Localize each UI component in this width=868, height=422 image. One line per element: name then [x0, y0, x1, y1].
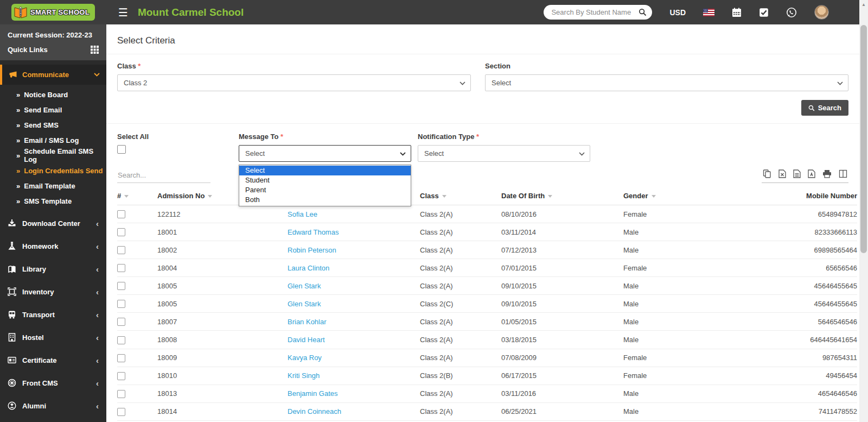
- class-select[interactable]: Class 2: [117, 74, 471, 91]
- row-checkbox[interactable]: [117, 318, 125, 326]
- sidebar-item-inventory[interactable]: Inventory‹: [0, 280, 106, 303]
- section-select[interactable]: Select: [485, 74, 848, 91]
- message-to-select-value: Select: [245, 149, 265, 158]
- copy-icon[interactable]: [763, 169, 771, 178]
- whatsapp-icon[interactable]: [786, 7, 797, 18]
- sidebar-subitem-email-sms-log[interactable]: »Email / SMS Log: [0, 133, 106, 148]
- sidebar-item-communicate[interactable]: Communicate: [0, 65, 106, 85]
- class-cell: Class 2(A): [420, 402, 501, 420]
- student-name-link[interactable]: Benjamin Gates: [288, 389, 338, 398]
- user-avatar[interactable]: [814, 5, 829, 20]
- sort-icon: [208, 195, 212, 198]
- globe-icon: [8, 379, 16, 387]
- sidebar-subitem-email-template[interactable]: »Email Template: [0, 178, 106, 193]
- student-name-link[interactable]: Sofia Lee: [288, 210, 317, 218]
- row-checkbox[interactable]: [117, 300, 125, 308]
- print-icon[interactable]: [822, 169, 832, 178]
- current-session-label: Current Session: 2022-23: [8, 31, 99, 39]
- student-search-input[interactable]: [544, 5, 652, 20]
- dropdown-option-both[interactable]: Both: [239, 195, 411, 205]
- double-arrow-icon: »: [16, 197, 20, 205]
- notification-type-label: Notification Type *: [418, 133, 590, 141]
- student-name-link[interactable]: Brian Kohlar: [288, 318, 327, 326]
- student-name-link[interactable]: Glen Stark: [288, 282, 321, 290]
- notification-type-select[interactable]: Select: [418, 145, 590, 162]
- export-toolbar: [762, 169, 848, 183]
- admission-no-cell: 18004: [157, 259, 288, 277]
- student-name-link[interactable]: David Heart: [288, 336, 325, 344]
- row-checkbox[interactable]: [117, 372, 125, 380]
- row-checkbox[interactable]: [117, 210, 125, 218]
- sort-icon: [442, 195, 446, 198]
- currency-selector[interactable]: USD: [669, 8, 686, 17]
- quick-links[interactable]: Quick Links: [8, 46, 99, 54]
- class-cell: Class 2(C): [420, 295, 501, 313]
- task-check-icon[interactable]: [759, 8, 769, 17]
- table-row: 18005Glen StarkClass 2(A)09/10/2015Male4…: [117, 277, 857, 295]
- sidebar-item-hostel[interactable]: Hostel‹: [0, 326, 106, 349]
- student-name-link[interactable]: Devin Coinneach: [288, 407, 341, 415]
- chevron-left-icon: ‹: [96, 287, 99, 297]
- pdf-export-icon[interactable]: [808, 169, 815, 178]
- sort-icon: [124, 195, 129, 198]
- double-arrow-icon: »: [16, 152, 20, 160]
- sidebar-subitem-sms-template[interactable]: »SMS Template: [0, 193, 106, 209]
- gender-cell: Female: [623, 349, 713, 367]
- row-checkbox[interactable]: [117, 228, 125, 236]
- sidebar-item-homework[interactable]: Homework‹: [0, 235, 106, 257]
- select-all-checkbox[interactable]: [117, 145, 126, 154]
- student-name-link[interactable]: Laura Clinton: [288, 264, 329, 272]
- sidebar-item-label: Library: [22, 265, 46, 273]
- row-checkbox[interactable]: [117, 246, 125, 254]
- sidebar-item-transport[interactable]: Transport‹: [0, 303, 106, 326]
- admission-no-cell: 18007: [157, 313, 288, 331]
- table-row: 18001Edward ThomasClass 2(A)03/11/2014Ma…: [117, 223, 857, 241]
- language-flag-icon[interactable]: [703, 9, 714, 16]
- row-checkbox[interactable]: [117, 390, 125, 398]
- sidebar-subitem-send-email[interactable]: »Send Email: [0, 102, 106, 117]
- student-name-link[interactable]: Glen Stark: [288, 300, 321, 308]
- class-cell: Class 2(B): [420, 367, 501, 385]
- grid-icon[interactable]: [91, 46, 99, 54]
- row-checkbox[interactable]: [117, 264, 125, 272]
- sidebar-item-front-cms[interactable]: Front CMS‹: [0, 371, 106, 394]
- student-name-link[interactable]: Edward Thomas: [288, 228, 339, 236]
- row-checkbox[interactable]: [117, 336, 125, 344]
- calendar-icon[interactable]: [732, 8, 742, 17]
- sidebar-item-alumni[interactable]: Alumni‹: [0, 394, 106, 417]
- student-name-link[interactable]: Kavya Roy: [288, 354, 322, 362]
- excel-export-icon[interactable]: [778, 169, 786, 178]
- csv-export-icon[interactable]: [793, 169, 801, 178]
- sidebar-item-library[interactable]: Library‹: [0, 257, 106, 280]
- scrollbar-thumb[interactable]: [860, 25, 867, 253]
- sidebar-subitem-schedule-email-sms-log[interactable]: »Schedule Email SMS Log: [0, 148, 106, 163]
- table-search-input[interactable]: [117, 169, 210, 183]
- scrollbar-up-arrow[interactable]: ▲: [859, 0, 868, 9]
- column-header-gender[interactable]: Gender: [623, 186, 713, 205]
- hamburger-menu-icon[interactable]: ☰: [118, 7, 128, 18]
- column-header-class[interactable]: Class: [420, 186, 501, 205]
- sidebar-item-certificate[interactable]: Certificate‹: [0, 349, 106, 371]
- section-select-value: Select: [492, 79, 511, 87]
- student-name-link[interactable]: Kriti Singh: [288, 371, 320, 380]
- sidebar-subitem-send-sms[interactable]: »Send SMS: [0, 117, 106, 133]
- app-logo[interactable]: SMART SCHOOL: [0, 0, 106, 24]
- mobile-cell: 69898565464: [713, 241, 857, 259]
- search-icon[interactable]: [639, 8, 647, 16]
- search-button[interactable]: Search: [801, 100, 848, 116]
- dropdown-option-select[interactable]: Select: [239, 166, 411, 175]
- sidebar-subitem-notice-board[interactable]: »Notice Board: [0, 87, 106, 102]
- page-scrollbar[interactable]: ▲: [859, 0, 868, 422]
- column-visibility-icon[interactable]: [839, 169, 847, 178]
- student-name-link[interactable]: Robin Peterson: [288, 246, 336, 254]
- sidebar-item-download-center[interactable]: Download Center‹: [0, 212, 106, 235]
- row-checkbox[interactable]: [117, 282, 125, 290]
- column-header-#[interactable]: #: [117, 186, 157, 205]
- row-checkbox[interactable]: [117, 408, 125, 416]
- sidebar-subitem-login-credentials-send[interactable]: »Login Credentials Send: [0, 163, 106, 178]
- message-to-select[interactable]: Select: [239, 145, 411, 162]
- dropdown-option-parent[interactable]: Parent: [239, 185, 411, 195]
- dropdown-option-student[interactable]: Student: [239, 175, 411, 185]
- column-header-date-of-birth[interactable]: Date Of Birth: [501, 186, 623, 205]
- row-checkbox[interactable]: [117, 354, 125, 362]
